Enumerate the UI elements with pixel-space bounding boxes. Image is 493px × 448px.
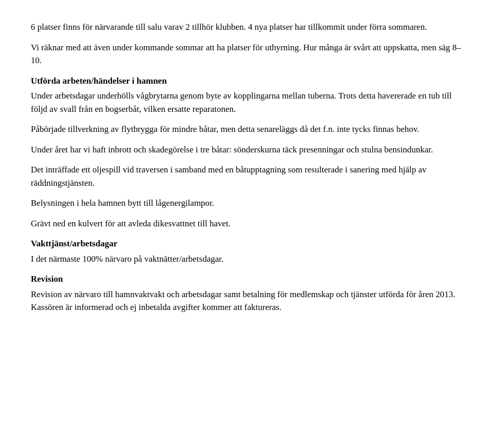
section-heading-h1: Utförda arbeten/händelser i hamnen [31, 74, 462, 88]
paragraph-p8: Grävt ned en kulvert för att avleda dike… [31, 217, 462, 230]
paragraph-p9: I det närmaste 100% närvaro på vaktnätte… [31, 252, 462, 266]
section-heading-h2: Vakttjänst/arbetsdagar [31, 237, 462, 250]
paragraph-p2: Vi räknar med att även under kommande so… [31, 41, 462, 67]
paragraph-p4: Påbörjade tillverkning av flytbrygga för… [31, 123, 462, 136]
paragraph-p3: Under arbetsdagar underhölls vågbrytarna… [31, 89, 462, 115]
paragraph-p1: 6 platser finns för närvarande till salu… [31, 21, 462, 34]
paragraph-p6: Det inträffade ett oljespill vid travers… [31, 163, 462, 189]
paragraph-p7: Belysningen i hela hamnen bytt till låge… [31, 197, 462, 210]
paragraph-p5: Under året har vi haft inbrott och skade… [31, 143, 462, 157]
section-heading-h3: Revision [31, 272, 462, 286]
paragraph-p10: Revision av närvaro till hamnvaktvakt oc… [31, 288, 462, 314]
document-container: 6 platser finns för närvarande till salu… [31, 21, 462, 314]
